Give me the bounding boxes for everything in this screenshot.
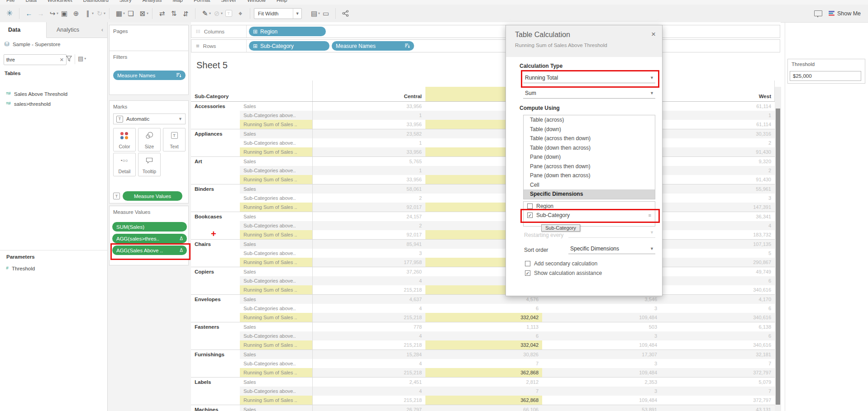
sheet-title[interactable]: Sheet 5 — [196, 60, 228, 71]
value-cell[interactable]: 2,451 — [312, 378, 425, 387]
menu-item-map[interactable]: Map — [173, 0, 183, 3]
value-cell[interactable]: 1 — [661, 111, 775, 120]
value-cell[interactable]: 33,956 — [312, 175, 425, 184]
measure-label[interactable]: Sales — [240, 157, 312, 166]
parameter-item[interactable]: #Threshold — [0, 264, 107, 273]
value-cell[interactable]: 33,956 — [312, 147, 425, 156]
fit-select[interactable]: Fit Width ▼ — [254, 8, 302, 19]
value-cell[interactable]: 2 — [661, 138, 775, 147]
value-cell[interactable]: 43,131 — [661, 405, 775, 411]
mark-button-detail[interactable]: •ooDetail — [113, 153, 136, 176]
menu-item-help[interactable]: Help — [277, 0, 287, 3]
value-cell[interactable]: 778 — [312, 322, 425, 331]
value-cell[interactable]: 26,797 — [312, 405, 425, 411]
value-cell[interactable]: 1 — [312, 111, 425, 120]
region-header-central[interactable]: Central — [312, 87, 425, 101]
value-cell[interactable]: 58,061 — [312, 184, 425, 194]
sort-order-dropdown[interactable]: Specific Dimensions▼ — [568, 243, 655, 254]
filters-shelf[interactable]: Filters Measure Names — [109, 51, 189, 95]
value-cell[interactable]: 109,484 — [542, 368, 661, 377]
value-cell[interactable]: 85,941 — [312, 240, 425, 249]
measure-pill-sum-sales-[interactable]: SUM(Sales) — [112, 222, 187, 231]
value-cell[interactable]: 92,017 — [312, 230, 425, 239]
measure-label[interactable]: Sub-Categories above.. — [240, 138, 312, 147]
mark-button-color[interactable]: Color — [113, 128, 136, 151]
value-cell[interactable]: 92,017 — [312, 203, 425, 212]
sort-descending-icon[interactable]: ⇅ — [180, 8, 191, 19]
value-cell[interactable]: 147,391 — [661, 203, 775, 212]
value-cell[interactable]: 33,956 — [312, 120, 425, 129]
value-cell[interactable]: 3 — [312, 249, 425, 258]
subcategory-label[interactable] — [191, 359, 240, 368]
show-me-button[interactable]: Show Me — [829, 10, 861, 17]
compute-option-table-down-then-across-[interactable]: Table (down then across) — [524, 143, 655, 153]
value-cell[interactable]: 109,484 — [542, 396, 661, 405]
collapse-panel-icon[interactable]: ‹ — [97, 22, 107, 38]
show-assistance-row[interactable]: ✓ Show calculation assistance — [525, 270, 602, 276]
menu-item-story[interactable]: Story — [119, 0, 132, 3]
subcategory-label[interactable] — [191, 194, 240, 203]
value-cell[interactable]: 24,157 — [312, 212, 425, 221]
measure-label[interactable]: Running Sum of Sales .. — [240, 285, 312, 294]
measure-label[interactable]: Sub-Categories above.. — [240, 249, 312, 258]
filter-pill-measure-names[interactable]: Measure Names — [113, 71, 186, 80]
menu-item-dashboard[interactable]: Dashboard — [83, 0, 109, 3]
measure-label[interactable]: Sub-Categories above.. — [240, 276, 312, 285]
value-cell[interactable]: 3 — [542, 331, 661, 340]
value-cell[interactable]: 3 — [542, 304, 661, 313]
value-cell[interactable]: 6 — [661, 304, 775, 313]
add-secondary-checkbox[interactable] — [525, 261, 530, 266]
measure-label[interactable]: Sales — [240, 184, 312, 194]
value-cell[interactable]: 91,430 — [661, 147, 775, 156]
value-cell[interactable]: 7 — [425, 387, 542, 396]
value-cell[interactable]: 215,218 — [312, 340, 425, 350]
value-cell[interactable]: 4,637 — [312, 295, 425, 304]
filter-fields-icon[interactable] — [66, 55, 72, 63]
value-cell[interactable]: 30,316 — [661, 129, 775, 138]
value-cell[interactable]: 372,797 — [661, 368, 775, 377]
subcategory-label[interactable] — [191, 175, 240, 184]
value-cell[interactable]: 61,114 — [661, 102, 775, 111]
aggregation-dropdown[interactable]: Sum▼ — [523, 88, 655, 99]
measure-label[interactable]: Running Sum of Sales .. — [240, 175, 312, 184]
measure-label[interactable]: Sales — [240, 350, 312, 359]
menu-item-format[interactable]: Format — [194, 0, 210, 3]
value-cell[interactable]: 4 — [661, 221, 775, 230]
add-secondary-row[interactable]: Add secondary calculation — [525, 260, 597, 267]
compute-option-cell[interactable]: Cell — [524, 180, 655, 190]
value-cell[interactable]: 61,114 — [661, 120, 775, 129]
scrollbar-thumb[interactable] — [776, 109, 780, 405]
subcategory-label[interactable] — [191, 203, 240, 212]
measure-label[interactable]: Sales — [240, 240, 312, 249]
sort-ascending-icon[interactable]: ⇅ — [168, 8, 180, 19]
subcategory-label[interactable] — [191, 313, 240, 322]
compute-option-pane-down-[interactable]: Pane (down) — [524, 152, 655, 162]
subcategory-label[interactable]: Envelopes — [191, 295, 240, 304]
menu-item-worksheet[interactable]: Worksheet — [48, 0, 72, 3]
value-cell[interactable]: 332,042 — [425, 313, 542, 322]
menu-item-analysis[interactable]: Analysis — [143, 0, 162, 3]
measure-label[interactable]: Running Sum of Sales .. — [240, 368, 312, 377]
tab-analytics[interactable]: Analytics — [47, 22, 97, 38]
value-cell[interactable]: 5,765 — [312, 157, 425, 166]
measure-values-shelf[interactable]: Measure Values SUM(Sales)AGG(sales>thres… — [109, 206, 189, 265]
measure-label[interactable]: Sub-Categories above.. — [240, 304, 312, 313]
value-cell[interactable]: 4 — [312, 276, 425, 285]
mark-button-tooltip[interactable]: Tooltip — [138, 153, 161, 176]
value-cell[interactable]: 2 — [661, 166, 775, 175]
value-cell[interactable]: 2,812 — [425, 378, 542, 387]
measure-values-pill[interactable]: Measure Values — [123, 191, 182, 201]
field-item[interactable]: =#Sales Above Threshold — [0, 89, 107, 99]
measure-label[interactable]: Sales — [240, 212, 312, 221]
value-cell[interactable]: 6 — [661, 276, 775, 285]
textbox-icon[interactable]: T — [223, 8, 234, 19]
forward-icon[interactable]: → — [35, 8, 47, 19]
subcategory-label[interactable]: Labels — [191, 378, 240, 387]
value-cell[interactable]: 215,218 — [312, 313, 425, 322]
subcategory-label[interactable] — [191, 276, 240, 285]
subcategory-label[interactable] — [191, 285, 240, 294]
value-cell[interactable]: 6 — [425, 304, 542, 313]
value-cell[interactable]: 362,868 — [425, 396, 542, 405]
subcategory-label[interactable] — [191, 331, 240, 340]
device-preview-icon[interactable] — [814, 10, 822, 16]
